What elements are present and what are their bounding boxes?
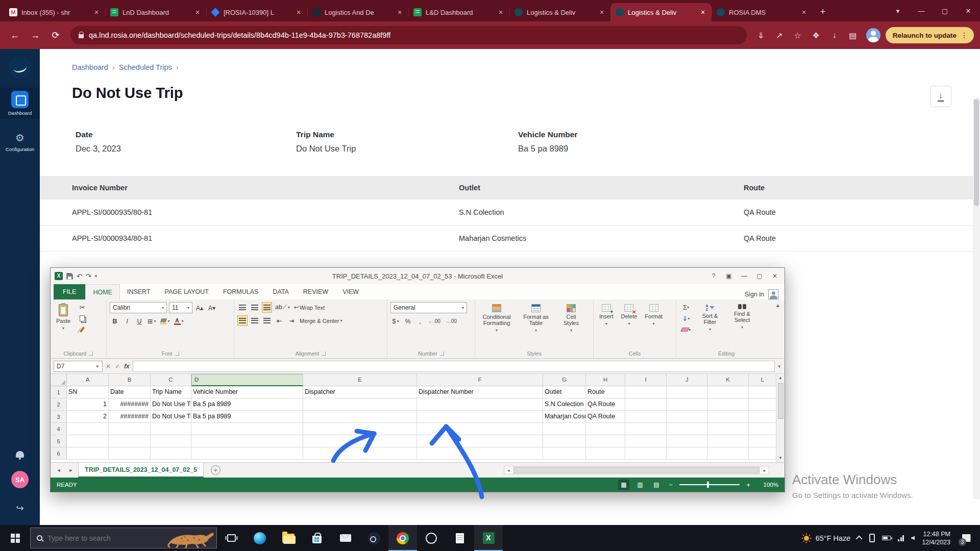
cell-I3[interactable] [625,411,667,423]
dialog-launcher-icon[interactable] [440,352,444,356]
cell-I5[interactable] [625,435,667,447]
column-header-B[interactable]: B [109,374,151,386]
reload-icon[interactable]: ⟳ [47,27,64,44]
cell-L3[interactable] [749,411,776,423]
tab-close-icon[interactable]: ✕ [92,8,101,17]
breadcrumb-dashboard[interactable]: Dashboard [72,63,108,71]
decrease-indent-button[interactable]: ⇤ [274,315,284,326]
scroll-right-icon[interactable]: ▸ [761,468,769,473]
sign-in[interactable]: Sign in [745,289,785,299]
browser-tab[interactable]: [ROSIA-10390] L✕ [206,3,307,21]
downloads-icon[interactable]: ↓ [826,27,843,43]
paste-button[interactable]: Paste ▾ [54,302,73,333]
cell-C4[interactable] [151,423,191,435]
cell-D2[interactable]: Ba 5 pa 8989 [191,398,303,411]
collapse-ribbon-icon[interactable]: ▲ [775,303,780,308]
cell-D4[interactable] [191,423,303,435]
browser-tab[interactable]: LnD Dashboard✕ [105,3,206,21]
redo-icon[interactable]: ↷ [86,272,91,280]
cell-H1[interactable]: Route [586,386,625,398]
cell-D5[interactable] [191,435,303,447]
bookmark-star-icon[interactable]: ☆ [790,27,806,43]
tab-close-icon[interactable]: ✕ [496,8,505,17]
weather-widget[interactable]: 65°F Haze [801,533,851,543]
cell-L1[interactable] [749,386,776,398]
cell-E1[interactable]: Dispatcher [303,386,417,398]
cell-J3[interactable] [667,411,707,423]
normal-view-icon[interactable]: ▦ [618,480,629,490]
cell-E5[interactable] [303,435,417,447]
ribbon-tab-formulas[interactable]: FORMULAS [216,284,265,299]
user-avatar[interactable]: SA [11,471,29,488]
find-select-button[interactable]: Find & Select ▾ [727,302,757,332]
new-sheet-icon[interactable]: + [211,465,220,475]
select-all-corner[interactable] [51,374,67,386]
qat-dropdown-icon[interactable]: ▾ [95,273,99,279]
italic-button[interactable]: I [122,316,132,327]
cell-H4[interactable] [586,423,625,435]
percent-style-button[interactable]: % [403,316,413,327]
dialog-launcher-icon[interactable] [322,352,326,356]
cell-I4[interactable] [625,423,667,435]
cell-J2[interactable] [667,398,707,411]
zoom-slider[interactable] [679,484,740,485]
scroll-left-icon[interactable]: ◂ [504,468,512,473]
cell-A1[interactable]: SN [67,386,109,398]
fill-button[interactable]: ⇓▾ [679,313,693,323]
invoice-row[interactable]: APPL-SI/0000935/80-81S.N ColectionQA Rou… [40,199,980,226]
cell-B1[interactable]: Date [109,386,151,398]
row-header-6[interactable]: 6 [51,447,67,460]
new-tab-button[interactable]: + [816,5,830,19]
column-header-C[interactable]: C [151,374,191,386]
side-panel-icon[interactable]: ▤ [845,27,861,43]
column-header-L[interactable]: L [749,374,777,386]
cell-H5[interactable] [586,435,625,447]
cell-F2[interactable] [417,398,543,411]
tab-close-icon[interactable]: ✕ [294,8,303,17]
merge-center-button[interactable]: Merge & Center▾ [299,315,344,326]
cell-J5[interactable] [667,435,707,447]
undo-icon[interactable]: ↶ [77,272,82,280]
column-header-I[interactable]: I [625,374,667,386]
cell-G2[interactable]: S.N Colection [543,398,586,411]
taskbar-search[interactable] [30,528,217,548]
cell-L5[interactable] [749,435,776,447]
column-header-K[interactable]: K [707,374,749,386]
increase-indent-button[interactable]: ⇥ [286,315,297,326]
copy-button[interactable] [76,313,89,323]
tab-close-icon[interactable]: ✕ [193,8,202,17]
zoom-in-icon[interactable]: + [745,481,752,489]
cell-C1[interactable]: Trip Name [151,386,191,398]
column-header-A[interactable]: A [67,374,109,386]
cell-J1[interactable] [667,386,707,398]
cell-D1[interactable]: Vehicle Number [191,386,303,398]
cell-L2[interactable] [749,398,776,411]
font-name-select[interactable]: Calibri▾ [110,302,167,313]
row-header-1[interactable]: 1 [51,386,67,398]
browser-tab[interactable]: L&D Dashboard✕ [408,3,509,21]
ribbon-tab-home[interactable]: HOME [85,284,120,299]
cell-K6[interactable] [707,447,749,460]
cell-B4[interactable] [109,423,151,435]
task-view-button[interactable] [217,525,246,551]
taskbar-explorer-button[interactable] [274,525,303,551]
cut-button[interactable]: ✂ [76,302,89,312]
sidebar-item-dashboard[interactable]: Dashboard [0,88,40,119]
cell-B5[interactable] [109,435,151,447]
search-input[interactable] [47,534,161,542]
excel-maximize-icon[interactable]: ▢ [752,269,767,283]
install-icon[interactable]: ⇓ [753,27,769,43]
browser-tab[interactable]: Logistics And De✕ [307,3,408,21]
cell-L4[interactable] [749,423,776,435]
ribbon-tab-view[interactable]: VIEW [335,284,366,299]
excel-minimize-icon[interactable]: — [737,269,752,283]
download-trip-button[interactable]: ↓ [930,86,951,107]
column-header-G[interactable]: G [543,374,586,386]
cell-E6[interactable] [303,447,417,460]
cell-A4[interactable] [67,423,109,435]
fill-color-button[interactable]: ▾ [159,316,171,327]
page-break-view-icon[interactable]: ▤ [651,480,662,490]
cheetah-search-highlight-image[interactable] [166,528,215,548]
excel-close-icon[interactable]: ✕ [767,269,782,283]
taskbar-mail-button[interactable] [331,525,360,551]
